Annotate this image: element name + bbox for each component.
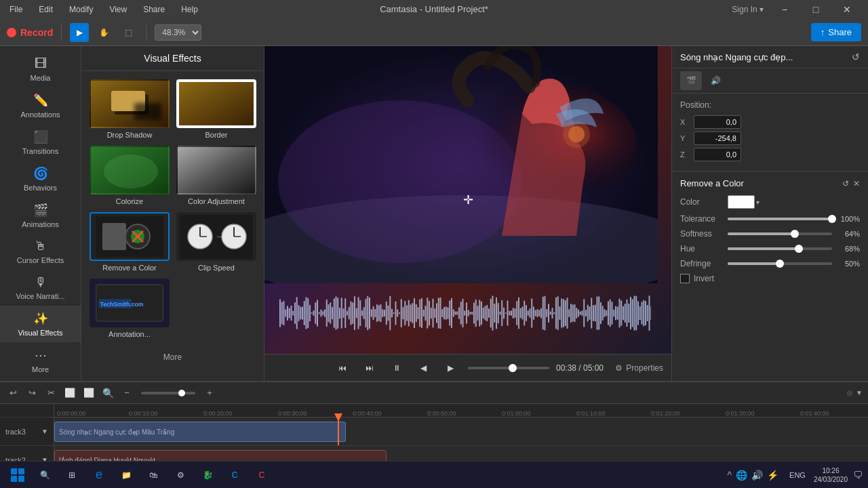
- effect-border[interactable]: Border: [176, 79, 256, 139]
- step-back-button[interactable]: ⏭: [359, 358, 380, 378]
- properties-button[interactable]: ⚙ Properties: [615, 363, 663, 373]
- zoom-plus-button[interactable]: +: [202, 386, 217, 401]
- hue-thumb[interactable]: [795, 245, 803, 253]
- tab-video[interactable]: 🎬: [680, 71, 702, 90]
- pause-button[interactable]: ⏸: [387, 358, 407, 378]
- prev-frame-button[interactable]: ◀: [414, 358, 434, 378]
- gear-icon: ⚙: [615, 363, 623, 373]
- properties-refresh-icon[interactable]: ↺: [852, 52, 860, 62]
- z-value-input[interactable]: [694, 148, 741, 161]
- remove-color-reset-icon[interactable]: ↺: [842, 179, 849, 188]
- softness-slider[interactable]: [728, 232, 832, 235]
- clock-widget[interactable]: 10:26 24/03/2020: [811, 466, 850, 484]
- volume-icon[interactable]: 🔊: [751, 470, 763, 481]
- invert-checkbox[interactable]: [680, 274, 690, 283]
- battery-icon[interactable]: ⚡: [767, 470, 778, 481]
- sign-in-button[interactable]: Sign In ▾: [726, 0, 769, 19]
- sidebar-item-voice[interactable]: 🎙 Voice Narrati...: [0, 270, 81, 306]
- notifications-icon[interactable]: 🗨: [853, 470, 863, 481]
- app5-button[interactable]: ⚙: [168, 463, 193, 487]
- timeline-zoom-thumb[interactable]: [178, 390, 185, 396]
- minimize-button[interactable]: −: [769, 0, 800, 19]
- record-button[interactable]: Record: [7, 27, 53, 38]
- sidebar-item-transitions[interactable]: ⬛ Transitions: [0, 124, 81, 161]
- menu-file[interactable]: File: [5, 3, 26, 16]
- zoom-selector[interactable]: 48.3% 25% 50% 75% 100%: [155, 24, 201, 41]
- svg-rect-188: [572, 304, 574, 321]
- sidebar-item-cursor[interactable]: 🖱 Cursor Effects: [0, 234, 81, 270]
- close-button[interactable]: ✕: [831, 0, 863, 19]
- copy-button[interactable]: ⬜: [62, 386, 77, 401]
- svg-rect-53: [321, 309, 322, 317]
- sidebar-item-media[interactable]: 🎞 Media: [0, 52, 81, 87]
- preview-canvas[interactable]: ✛: [264, 46, 671, 354]
- progress-thumb[interactable]: [509, 364, 517, 372]
- next-frame-button[interactable]: ▶: [441, 358, 461, 378]
- progress-bar[interactable]: [468, 367, 549, 369]
- svg-rect-191: [578, 310, 579, 317]
- network-icon[interactable]: 🌐: [736, 470, 747, 481]
- menu-share[interactable]: Share: [139, 3, 169, 16]
- store-button[interactable]: 🛍: [141, 463, 165, 487]
- pan-tool[interactable]: ✋: [94, 23, 113, 42]
- sidebar-item-annotations[interactable]: ✏️ Annotations: [0, 87, 81, 124]
- sidebar-item-more[interactable]: ⋯ More: [0, 342, 81, 379]
- split-button[interactable]: ⬜: [81, 386, 96, 401]
- maximize-button[interactable]: □: [800, 0, 831, 19]
- x-value-input[interactable]: [694, 115, 741, 129]
- zoom-minus-button[interactable]: −: [119, 386, 134, 401]
- skip-back-button[interactable]: ⏮: [332, 358, 353, 378]
- effect-remove-color[interactable]: Remove a Color: [90, 212, 170, 272]
- softness-thumb[interactable]: [791, 230, 799, 238]
- zoom-out-icon[interactable]: 🔍: [100, 386, 115, 401]
- track3-clip[interactable]: Sóng nhạc Ngang cực đẹp Màu Trắng: [54, 422, 346, 442]
- effect-clip-speed[interactable]: → Clip Speed: [176, 212, 256, 272]
- menu-edit[interactable]: Edit: [35, 3, 57, 16]
- svg-rect-197: [589, 306, 591, 320]
- effect-drop-shadow[interactable]: Drop Shadow: [90, 79, 170, 139]
- taskview-button[interactable]: ⊞: [60, 463, 84, 487]
- menu-help[interactable]: Help: [177, 3, 202, 16]
- tolerance-thumb[interactable]: [828, 215, 836, 223]
- app8-button[interactable]: C: [250, 463, 274, 487]
- more-effects-button[interactable]: More: [90, 349, 256, 365]
- y-value-input[interactable]: [694, 131, 741, 145]
- crop-tool[interactable]: ⬚: [119, 23, 138, 42]
- track3-collapse[interactable]: ▼: [41, 428, 48, 435]
- effect-watermark[interactable]: TechSmith.com Annotation...: [90, 279, 170, 338]
- folder-button[interactable]: 📁: [114, 463, 138, 487]
- start-button[interactable]: [5, 463, 30, 487]
- redo-button[interactable]: ↪: [24, 386, 39, 401]
- color-swatch[interactable]: [728, 195, 755, 209]
- effect-color-adjustment[interactable]: Color Adjustment: [176, 146, 256, 205]
- tolerance-slider[interactable]: [728, 218, 832, 220]
- edge-button[interactable]: e: [87, 463, 111, 487]
- tab-audio[interactable]: 🔊: [705, 71, 726, 90]
- cut-button[interactable]: ✂: [43, 386, 58, 401]
- color-picker-arrow[interactable]: ▾: [756, 199, 760, 206]
- pointer-tool[interactable]: ▶: [70, 23, 89, 42]
- track3-clip-label: Sóng nhạc Ngang cực đẹp Màu Trắng: [59, 428, 174, 436]
- app6-button[interactable]: 🐉: [195, 463, 220, 487]
- remove-color-close-icon[interactable]: ✕: [853, 179, 860, 188]
- tray-expand-icon[interactable]: ^: [728, 470, 732, 481]
- defringe-thumb[interactable]: [776, 260, 784, 268]
- hue-slider[interactable]: [728, 247, 832, 250]
- svg-rect-208: [610, 300, 611, 327]
- sidebar-item-effects[interactable]: ✨ Visual Effects: [0, 306, 81, 342]
- playhead[interactable]: [338, 418, 339, 445]
- svg-rect-49: [313, 310, 315, 316]
- share-button[interactable]: ↑ Share: [811, 23, 861, 41]
- language-widget[interactable]: ENG: [787, 471, 808, 479]
- timeline-zoom-slider[interactable]: [141, 392, 195, 394]
- defringe-slider[interactable]: [728, 262, 832, 265]
- menu-view[interactable]: View: [105, 3, 131, 16]
- sidebar-item-animations[interactable]: 🎬 Animations: [0, 197, 81, 234]
- sidebar-item-behaviors[interactable]: 🌀 Behaviors: [0, 161, 81, 197]
- search-taskbar-button[interactable]: 🔍: [33, 463, 57, 487]
- effect-colorize[interactable]: Colorize: [90, 146, 170, 205]
- menu-modify[interactable]: Modify: [65, 3, 97, 16]
- app7-button[interactable]: C: [222, 463, 247, 487]
- track-collapse-btn[interactable]: ▼: [856, 389, 863, 396]
- undo-button[interactable]: ↩: [5, 386, 20, 401]
